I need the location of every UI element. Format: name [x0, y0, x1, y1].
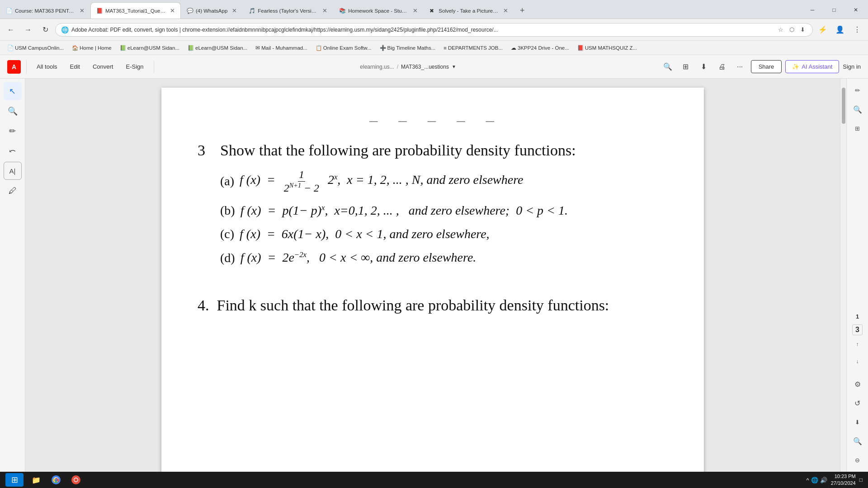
- bookmark-maths[interactable]: ➕ Big Timeline Maths...: [376, 44, 439, 52]
- tab-solvely[interactable]: ✖ Solvely - Take a Picture Math... ✕: [424, 2, 514, 19]
- tab-favicon-1: 📄: [6, 8, 12, 14]
- convert-button[interactable]: Convert: [88, 61, 118, 72]
- maximize-button[interactable]: □: [824, 3, 844, 17]
- select-tool[interactable]: ↖: [4, 82, 22, 100]
- annotate-tool[interactable]: ✏: [4, 122, 22, 140]
- question3-content: Show that the following are probability …: [220, 142, 668, 274]
- bookmark-mail[interactable]: ✉ Mail - Muhammad...: [252, 44, 311, 52]
- bookmark-home[interactable]: 🏠 Home | Home: [68, 44, 115, 52]
- volume-icon[interactable]: 🔊: [820, 477, 827, 483]
- tab-bar: 📄 Course: MAT363 PENTAABIR... ✕ 📕 MAT363…: [0, 0, 868, 19]
- bookmark-label-1: USM CampusOnlin...: [15, 45, 64, 51]
- pages-icon[interactable]: ⊞: [679, 60, 693, 74]
- svg-point-5: [75, 479, 78, 482]
- tab-fearless[interactable]: 🎵 Fearless (Taylor's Version... ✕: [243, 2, 333, 19]
- new-tab-button[interactable]: +: [514, 2, 530, 19]
- bookmark-elearn2[interactable]: 📗 eLearn@USM Sidan...: [184, 44, 251, 52]
- tab-close-3[interactable]: ✕: [232, 7, 237, 14]
- bookmark-elearn1[interactable]: 📗 eLearn@USM Sidan...: [116, 44, 183, 52]
- sign-in-button[interactable]: Sign in: [843, 63, 861, 70]
- download-pdf-icon[interactable]: ⬇: [697, 60, 711, 74]
- link-tool[interactable]: ⤺: [4, 142, 22, 160]
- bookmark-star-icon[interactable]: ☆: [776, 25, 785, 34]
- zoom-in-icon[interactable]: 🔍: [849, 433, 866, 449]
- share-button[interactable]: Share: [751, 60, 782, 73]
- bookmark-departments[interactable]: ≡ DEPARTMENTS JOB...: [440, 44, 506, 52]
- back-button[interactable]: ←: [4, 23, 18, 37]
- show-desktop-button[interactable]: □: [859, 477, 863, 483]
- system-clock[interactable]: 10:23 PM 27/10/2024: [831, 473, 856, 487]
- page-number-1: 1: [856, 313, 859, 320]
- search-icon[interactable]: 🔍: [660, 60, 675, 74]
- edit-button[interactable]: Edit: [66, 61, 85, 72]
- bookmark-mathsquiz[interactable]: 📕 USM MATHSQUIZ Z...: [574, 44, 641, 52]
- page-top-decoration: ─ ─ ─ ─ ─: [198, 115, 668, 128]
- tab-close-2[interactable]: ✕: [170, 7, 175, 14]
- part-a-label: (a): [220, 174, 234, 188]
- zoom-out-icon[interactable]: ⊖: [849, 452, 866, 468]
- extensions-icon[interactable]: ⚡: [816, 23, 830, 37]
- question4-label: Find k such that the following are proba…: [217, 297, 609, 314]
- profile-icon[interactable]: 👤: [833, 23, 847, 37]
- taskbar-chrome-2[interactable]: [69, 473, 83, 487]
- esign-button[interactable]: E-Sign: [121, 61, 148, 72]
- breadcrumb-dropdown[interactable]: ▼: [452, 64, 456, 69]
- tab-course[interactable]: 📄 Course: MAT363 PENTAABIR... ✕: [0, 2, 90, 19]
- signature-tool[interactable]: 🖊: [4, 182, 22, 200]
- bookmark-icon-4: 📗: [188, 45, 194, 51]
- acrobat-logo: A: [7, 60, 21, 74]
- page-down-icon[interactable]: ↓: [849, 353, 866, 370]
- grid-icon[interactable]: ⊞: [849, 120, 866, 136]
- taskbar-explorer[interactable]: 📁: [29, 473, 43, 487]
- bookmark-icon-9: ☁: [511, 45, 516, 51]
- edit-pdf-icon[interactable]: ✏: [849, 82, 866, 99]
- address-bar: ← → ↻ 🌐 Adobe Acrobat: PDF edit, convert…: [0, 19, 868, 41]
- ai-assistant-button[interactable]: ✨ AI Assistant: [785, 60, 839, 73]
- export-icon[interactable]: ⬇: [849, 414, 866, 430]
- tab-close-4[interactable]: ✕: [322, 7, 327, 14]
- share-page-icon[interactable]: ⬡: [787, 25, 796, 34]
- minimize-button[interactable]: ─: [802, 3, 823, 17]
- tab-close-5[interactable]: ✕: [413, 7, 418, 14]
- right-search-icon[interactable]: 🔍: [849, 101, 866, 117]
- bookmark-icon-2: 🏠: [72, 45, 78, 51]
- taskbar-right: ^ 🌐 🔊 10:23 PM 27/10/2024 □: [807, 473, 863, 487]
- breadcrumb-site: elearning.us...: [360, 64, 394, 70]
- bookmark-icon-3: 📗: [120, 45, 126, 51]
- question3-part-a: (a) f (x) = 1 2N+1 − 2 2x, x = 1, 2, ...…: [220, 168, 668, 194]
- tab-close-1[interactable]: ✕: [80, 7, 85, 14]
- text-tool[interactable]: A|: [4, 162, 22, 180]
- tab-studyx[interactable]: 📚 Homework Space - StudyX ✕: [333, 2, 424, 19]
- zoom-tool[interactable]: 🔍: [4, 102, 22, 120]
- tab-label-5: Homework Space - StudyX: [348, 8, 408, 14]
- refresh-icon[interactable]: ↺: [849, 395, 866, 411]
- print-icon[interactable]: 🖨: [715, 60, 729, 74]
- bookmark-exam[interactable]: 📋 Online Exam Softw...: [312, 44, 375, 52]
- page-up-icon[interactable]: ↑: [849, 336, 866, 352]
- download-icon[interactable]: ⬇: [798, 25, 807, 34]
- start-button[interactable]: ⊞: [5, 473, 24, 487]
- show-hidden-icon[interactable]: ^: [807, 477, 809, 483]
- forward-button[interactable]: →: [21, 23, 35, 37]
- bookmark-usm-campus[interactable]: 📄 USM CampusOnlin...: [4, 44, 67, 52]
- v-scroll-track[interactable]: [840, 79, 846, 472]
- page-number-3: 3: [852, 324, 863, 335]
- more-tools-icon[interactable]: ···: [733, 60, 747, 74]
- bookmark-3kpp[interactable]: ☁ 3KPP24 Drive - One...: [507, 44, 573, 52]
- tab-mat363[interactable]: 📕 MAT363_Tutorial1_Questions... ✕: [90, 2, 181, 19]
- close-button[interactable]: ✕: [845, 3, 866, 17]
- address-input[interactable]: 🌐 Adobe Acrobat: PDF edit, convert, sign…: [55, 23, 813, 37]
- v-scroll-thumb[interactable]: [842, 88, 845, 124]
- toolbar-separator-1: [26, 61, 27, 73]
- bookmark-label-2: Home | Home: [80, 45, 112, 51]
- all-tools-button[interactable]: All tools: [32, 61, 62, 72]
- tab-close-6[interactable]: ✕: [503, 7, 508, 14]
- more-options-icon[interactable]: ⋮: [850, 23, 864, 37]
- taskbar-chrome[interactable]: [49, 473, 63, 487]
- tab-whatsapp[interactable]: 💬 (4) WhatsApp ✕: [181, 2, 243, 19]
- bookmark-icon-7: ➕: [380, 45, 386, 51]
- reload-button[interactable]: ↻: [38, 23, 52, 37]
- pdf-viewport[interactable]: ─ ─ ─ ─ ─ 3 Show that the following are …: [25, 79, 840, 472]
- network-icon[interactable]: 🌐: [811, 477, 818, 483]
- settings-icon[interactable]: ⚙: [849, 376, 866, 392]
